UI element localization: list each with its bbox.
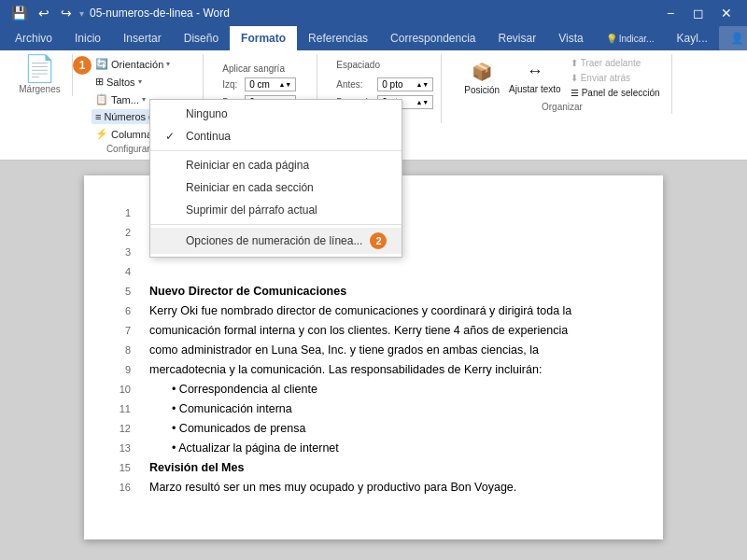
line-number: 10	[103, 380, 131, 399]
line-row: 5Nuevo Director de Comunicaciones	[149, 282, 616, 301]
line-number: 12	[103, 419, 131, 438]
posicion-icon: 📦	[472, 62, 492, 82]
spinner-antes: ▲▼	[416, 81, 429, 88]
dropdown-item-continua[interactable]: ✓ Continua	[150, 125, 402, 147]
tab-inicio[interactable]: Inicio	[63, 26, 112, 50]
organizar-right-col: ⬆ Traer adelante ⬇ Enviar atrás ☰ Panel …	[567, 56, 664, 100]
tab-referencias[interactable]: Referencias	[297, 26, 379, 50]
dropdown-item-reiniciar-pagina[interactable]: Reiniciar en cada página	[150, 154, 402, 176]
group-margenes: 📄 Márgenes	[7, 54, 73, 96]
line-number: 2	[103, 223, 131, 242]
line-row: 10• Correspondencia al cliente	[149, 380, 616, 399]
tab-correspondencia[interactable]: Correspondencia	[379, 26, 486, 50]
dropdown-item-opciones[interactable]: Opciones de numeración de línea... 2	[150, 228, 402, 254]
tab-diseno[interactable]: Diseño	[173, 26, 230, 50]
line-content: • Correspondencia al cliente	[172, 380, 317, 399]
numlinea-icon: ≡	[95, 111, 101, 122]
save-qat-button[interactable]: 💾	[7, 4, 31, 22]
line-number: 3	[103, 243, 131, 261]
orientacion-button[interactable]: 🔄 Orientación ▾	[92, 56, 174, 72]
line-number: 1	[103, 203, 131, 222]
share-icon: 👤	[730, 32, 744, 45]
line-number: 9	[103, 360, 131, 379]
user-button[interactable]: Kayl...	[665, 26, 718, 50]
line-number: 16	[103, 478, 131, 497]
line-row: 15Revisión del Mes	[149, 458, 616, 477]
margenes-icon: 📄	[23, 56, 56, 82]
tab-vista[interactable]: Vista	[547, 26, 594, 50]
orientacion-icon: 🔄	[95, 58, 108, 70]
line-content: • Actualizar la página de internet	[172, 439, 339, 457]
close-button[interactable]: ✕	[713, 4, 740, 22]
badge-1: 1	[73, 56, 92, 75]
title-bar-controls: − ◻ ✕	[657, 4, 740, 22]
line-content: Nuevo Director de Comunicaciones	[149, 282, 346, 301]
spinner-up-izq: ▲▼	[278, 81, 291, 88]
line-number: 15	[103, 458, 131, 477]
ribbon-content: 📄 Márgenes 1 🔄 Orientación ▾	[0, 50, 747, 160]
espacio-antes-input[interactable]: 0 pto ▲▼	[377, 77, 433, 91]
quick-access-toolbar: 💾 ↩ ↪ ▾	[7, 4, 84, 22]
saltos-icon: ⊞	[95, 76, 104, 88]
line-content: comunicación formal interna y con los cl…	[149, 321, 568, 340]
restore-button[interactable]: ◻	[685, 4, 712, 22]
line-content: • Comunicación interna	[172, 399, 292, 418]
line-row: 6Kerry Oki fue nombrado director de comu…	[149, 301, 616, 320]
dropdown-item-ninguno[interactable]: Ninguno	[150, 103, 402, 125]
line-number: 6	[103, 301, 131, 320]
share-button[interactable]: 👤 Compartir	[719, 26, 747, 50]
dropdown-item-reiniciar-seccion[interactable]: Reiniciar en cada sección	[150, 176, 402, 199]
line-row: 13• Actualizar la página de internet	[149, 439, 616, 457]
line-number: 13	[103, 439, 131, 457]
line-content: Kerry Oki fue nombrado director de comun…	[149, 301, 571, 320]
line-content: mercadotecnia y la comunicación. Las res…	[149, 360, 542, 379]
undo-qat-button[interactable]: ↩	[35, 4, 53, 22]
indicate-button[interactable]: 💡 Indicar...	[595, 26, 666, 50]
tab-formato[interactable]: Formato	[230, 26, 297, 50]
posicion-button[interactable]: 📦 Posición	[460, 60, 503, 97]
sangria-izq-row: Izq: 0 cm ▲▼	[222, 77, 309, 91]
line-row: 16Marzo resultó ser un mes muy ocupado y…	[149, 478, 616, 497]
dropdown-divider-1	[150, 150, 402, 151]
dropdown-divider-2	[150, 224, 402, 225]
orientacion-row: 🔄 Orientación ▾	[92, 56, 195, 72]
organizar-label: Organizar	[460, 100, 663, 114]
title-bar-left: 💾 ↩ ↪ ▾ 05-numeros-de-linea - Word	[7, 4, 230, 22]
enviar-atras-button[interactable]: ⬇ Enviar atrás	[567, 71, 664, 85]
sangria-title: Aplicar sangría	[222, 63, 309, 74]
line-number: 5	[103, 282, 131, 301]
tab-insertar[interactable]: Insertar	[112, 26, 173, 50]
line-content: Marzo resultó ser un mes muy ocupado y p…	[149, 478, 516, 497]
tab-archivo[interactable]: Archivo	[4, 26, 63, 50]
line-row: 8como administrador en Luna Sea, Inc. y …	[149, 341, 616, 359]
line-content: Revisión del Mes	[149, 458, 244, 477]
line-content: como administrador en Luna Sea, Inc. y t…	[149, 341, 539, 359]
margenes-content: 📄	[15, 56, 64, 82]
tamano-button[interactable]: 📋 Tam... ▾	[92, 91, 149, 107]
ribbon-tabs: Archivo Inicio Insertar Diseño Formato R…	[0, 26, 747, 50]
qat-separator: ▾	[79, 8, 84, 19]
columnas-icon: ⚡	[95, 128, 108, 140]
redo-qat-button[interactable]: ↪	[57, 4, 76, 22]
ajustar-button[interactable]: ↔ Ajustar texto	[505, 60, 565, 96]
bulb-icon: 💡	[606, 34, 617, 44]
traer-adelante-button[interactable]: ⬆ Traer adelante	[567, 56, 664, 70]
panel-seleccion-button[interactable]: ☰ Panel de selección	[567, 86, 664, 100]
line-number: 11	[103, 399, 131, 418]
line-number: 4	[103, 262, 131, 281]
ajustar-icon: ↔	[527, 62, 543, 81]
dropdown-item-suprimir[interactable]: Suprimir del párrafo actual	[150, 199, 402, 221]
line-content: • Comunicados de prensa	[172, 419, 305, 438]
sangria-izq-input[interactable]: 0 cm ▲▼	[245, 77, 296, 91]
spinner-despues: ▲▼	[416, 99, 429, 105]
enviar-icon: ⬇	[571, 73, 578, 83]
sangria-izq-label: Izq:	[222, 79, 241, 90]
margenes-label: Márgenes	[15, 82, 64, 96]
line-number: 7	[103, 321, 131, 340]
line-number: 8	[103, 341, 131, 359]
saltos-button[interactable]: ⊞ Saltos ▾	[92, 74, 146, 90]
tamano-arrow: ▾	[142, 95, 146, 104]
minimize-button[interactable]: −	[657, 4, 684, 22]
organizar-content: 📦 Posición ↔ Ajustar texto ⬆ Traer adela…	[460, 56, 663, 100]
tab-revisar[interactable]: Revisar	[487, 26, 548, 50]
